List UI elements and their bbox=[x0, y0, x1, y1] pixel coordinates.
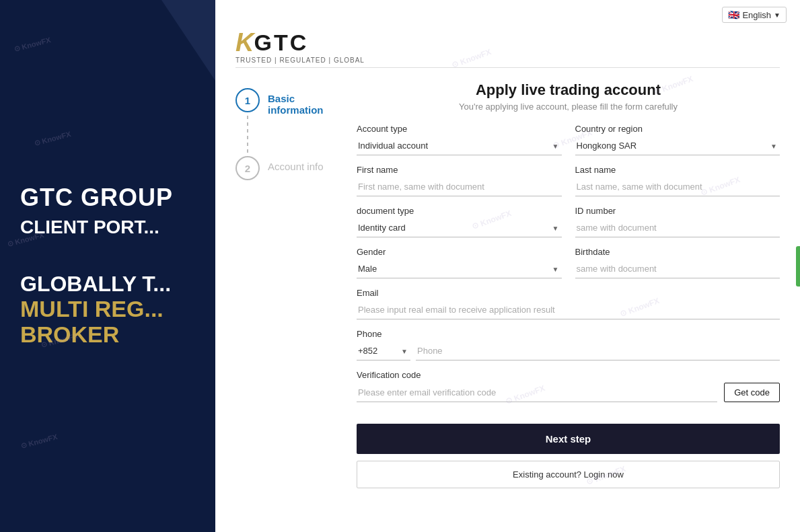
step-1-label: Basic information bbox=[268, 88, 343, 116]
step-1-number: 1 bbox=[245, 95, 250, 106]
account-type-select[interactable]: Individual account Corporate account bbox=[357, 137, 562, 155]
bg-title1: GTC GROUP bbox=[20, 184, 195, 211]
country-select-wrapper: Hongkong SAR Mainland China Others bbox=[575, 137, 780, 155]
logo-k: K bbox=[235, 30, 254, 55]
logo: K GTC bbox=[235, 30, 780, 55]
country-group: Country or region Hongkong SAR Mainland … bbox=[575, 124, 780, 155]
account-type-select-wrapper: Individual account Corporate account bbox=[357, 137, 562, 155]
step-connector bbox=[247, 116, 248, 156]
phone-code-select[interactable]: +852 +86 +1 +44 bbox=[357, 342, 410, 360]
bg-title2: CLIENT PORT... bbox=[20, 217, 195, 238]
step-2: 2 Account info bbox=[235, 156, 343, 180]
top-bar: 🇬🇧 English ▼ bbox=[215, 0, 800, 23]
country-label: Country or region bbox=[575, 124, 780, 134]
bg-title3: GLOBALLY T... bbox=[20, 272, 195, 297]
flag-icon: 🇬🇧 bbox=[728, 9, 739, 20]
chevron-down-icon: ▼ bbox=[774, 11, 780, 19]
language-label: English bbox=[742, 10, 771, 20]
existing-account-button[interactable]: Existing account? Login now bbox=[357, 461, 780, 488]
logo-area: K GTC TRUSTED | REGULATED | GLOBAL bbox=[215, 23, 800, 67]
phone-group: Phone +852 +86 +1 +44 bbox=[357, 329, 780, 360]
country-select[interactable]: Hongkong SAR Mainland China Others bbox=[575, 137, 780, 155]
gender-group: Gender Male Female bbox=[357, 247, 562, 278]
gender-select[interactable]: Male Female bbox=[357, 260, 562, 278]
email-group: Email bbox=[357, 288, 780, 319]
email-input[interactable] bbox=[357, 301, 780, 319]
gender-label: Gender bbox=[357, 247, 562, 257]
verification-input-wrap bbox=[357, 383, 717, 402]
id-number-group: ID number bbox=[575, 206, 780, 237]
form-title: Apply live trading account bbox=[357, 81, 780, 99]
language-selector[interactable]: 🇬🇧 English ▼ bbox=[722, 7, 787, 23]
verification-group: Verification code Get code bbox=[357, 370, 780, 402]
step-2-circle: 2 bbox=[235, 156, 260, 180]
doc-type-group: document type Identity card Passport Dri… bbox=[357, 206, 562, 237]
last-name-input[interactable] bbox=[575, 178, 780, 196]
background-left: GTC GROUP CLIENT PORT... GLOBALLY T... M… bbox=[0, 0, 215, 532]
first-name-input[interactable] bbox=[357, 178, 562, 196]
first-name-label: First name bbox=[357, 165, 562, 175]
row-email: Email bbox=[357, 288, 780, 319]
first-name-group: First name bbox=[357, 165, 562, 196]
bg-title5: BROKER bbox=[20, 321, 195, 348]
gender-select-wrapper: Male Female bbox=[357, 260, 562, 278]
account-type-group: Account type Individual account Corporat… bbox=[357, 124, 562, 155]
last-name-label: Last name bbox=[575, 165, 780, 175]
form-subtitle: You're applying live account, please fil… bbox=[357, 102, 780, 112]
phone-label: Phone bbox=[357, 329, 780, 339]
row-account-country: Account type Individual account Corporat… bbox=[357, 124, 780, 155]
row-document: document type Identity card Passport Dri… bbox=[357, 206, 780, 237]
next-step-button[interactable]: Next step bbox=[357, 424, 780, 454]
green-bar bbox=[796, 246, 800, 287]
doc-type-select[interactable]: Identity card Passport Driver license bbox=[357, 219, 562, 237]
birthdate-input[interactable] bbox=[575, 260, 780, 278]
verification-code-input[interactable] bbox=[357, 383, 717, 402]
row-names: First name Last name bbox=[357, 165, 780, 196]
step-2-number: 2 bbox=[245, 163, 250, 174]
phone-input-row: +852 +86 +1 +44 bbox=[357, 342, 780, 360]
account-type-label: Account type bbox=[357, 124, 562, 134]
verification-input-row: Get code bbox=[357, 383, 780, 402]
last-name-group: Last name bbox=[575, 165, 780, 196]
step-1-circle: 1 bbox=[235, 88, 260, 112]
form-area: Apply live trading account You're applyi… bbox=[357, 81, 780, 488]
steps-sidebar: 1 Basic information 2 Account info bbox=[235, 81, 343, 488]
form-panel: 🇬🇧 English ▼ K GTC TRUSTED | REGULATED |… bbox=[215, 0, 800, 532]
id-number-label: ID number bbox=[575, 206, 780, 216]
id-number-input[interactable] bbox=[575, 219, 780, 237]
verification-label: Verification code bbox=[357, 370, 780, 380]
email-label: Email bbox=[357, 288, 780, 298]
birthdate-label: Birthdate bbox=[575, 247, 780, 257]
row-phone: Phone +852 +86 +1 +44 bbox=[357, 329, 780, 360]
row-verification: Verification code Get code bbox=[357, 370, 780, 402]
phone-code-wrapper: +852 +86 +1 +44 bbox=[357, 342, 410, 360]
step-2-label: Account info bbox=[268, 156, 324, 172]
step-1: 1 Basic information bbox=[235, 88, 343, 116]
bg-title4: MULTI REG... bbox=[20, 297, 195, 321]
get-code-button[interactable]: Get code bbox=[724, 383, 780, 402]
phone-number-input[interactable] bbox=[416, 342, 780, 360]
doc-type-label: document type bbox=[357, 206, 562, 216]
birthdate-group: Birthdate bbox=[575, 247, 780, 278]
row-gender-birth: Gender Male Female Birthdate bbox=[357, 247, 780, 278]
logo-gtc: GTC bbox=[254, 31, 308, 54]
doc-type-select-wrapper: Identity card Passport Driver license bbox=[357, 219, 562, 237]
logo-tagline: TRUSTED | REGULATED | GLOBAL bbox=[235, 56, 780, 64]
